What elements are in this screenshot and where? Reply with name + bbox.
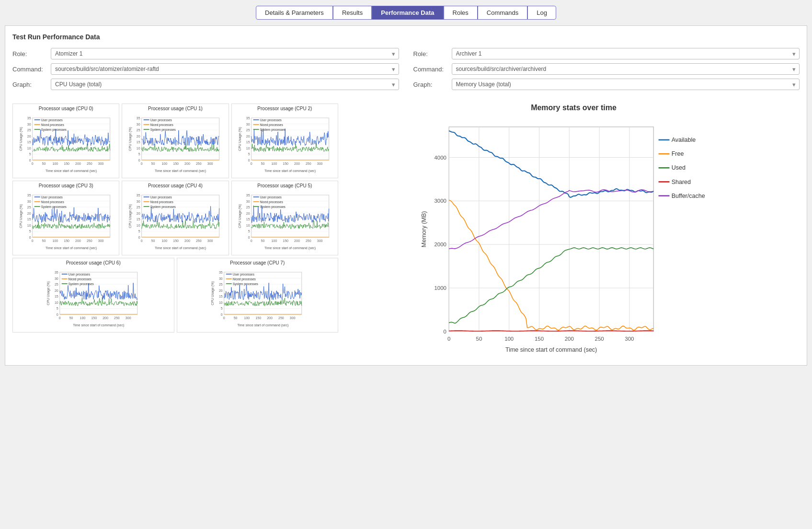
svg-text:50: 50	[42, 162, 46, 165]
svg-text:System processes: System processes	[260, 128, 286, 132]
right-graph-select-wrapper[interactable]: Memory Usage (total)	[452, 79, 800, 90]
svg-text:300: 300	[98, 162, 104, 165]
cpu-chart-title-0: Processor usage (CPU 0)	[15, 106, 117, 111]
svg-text:50: 50	[476, 336, 482, 342]
svg-text:200: 200	[75, 239, 81, 242]
cpu-chart-0: Processor usage (CPU 0)05101520253035050…	[12, 104, 119, 178]
svg-text:25: 25	[55, 283, 58, 286]
right-command-label: Command:	[413, 66, 452, 73]
cpu-charts-grid: Processor usage (CPU 0)05101520253035050…	[12, 104, 338, 358]
svg-text:30: 30	[27, 200, 31, 203]
svg-text:5: 5	[138, 230, 140, 233]
svg-text:20: 20	[246, 212, 250, 215]
svg-text:200: 200	[75, 162, 81, 165]
tab-results[interactable]: Results	[333, 6, 372, 20]
svg-text:Niced processes: Niced processes	[150, 200, 174, 204]
svg-text:System processes: System processes	[69, 282, 94, 286]
svg-text:0: 0	[59, 316, 61, 320]
svg-text:300: 300	[289, 316, 295, 320]
right-control-panel: Role: Archiver 1 Command: sources/build/…	[413, 48, 800, 94]
svg-text:250: 250	[114, 316, 120, 320]
cpu-chart-4: Processor usage (CPU 4)05101520253035050…	[122, 181, 229, 255]
right-role-select[interactable]: Archiver 1	[452, 48, 800, 59]
svg-text:200: 200	[294, 162, 300, 165]
tab-log[interactable]: Log	[527, 6, 556, 20]
svg-text:System processes: System processes	[41, 205, 67, 209]
svg-text:150: 150	[173, 239, 179, 242]
right-role-select-wrapper[interactable]: Archiver 1	[452, 48, 800, 59]
svg-text:250: 250	[595, 336, 604, 342]
cpu-chart-3: Processor usage (CPU 3)05101520253035050…	[12, 181, 119, 255]
tab-commands[interactable]: Commands	[478, 6, 527, 20]
svg-text:20: 20	[27, 212, 31, 215]
svg-text:10: 10	[27, 224, 31, 227]
svg-text:0: 0	[141, 162, 143, 165]
svg-text:25: 25	[246, 206, 250, 209]
svg-text:15: 15	[27, 140, 31, 144]
svg-text:50: 50	[261, 239, 264, 242]
svg-text:0: 0	[29, 159, 31, 162]
cpu-chart-6: Processor usage (CPU 6)05101520253035050…	[12, 258, 174, 333]
svg-text:10: 10	[218, 301, 222, 304]
svg-text:User processes: User processes	[41, 118, 63, 122]
svg-text:2000: 2000	[434, 242, 446, 247]
tab-details[interactable]: Details & Parameters	[256, 6, 333, 20]
svg-text:200: 200	[565, 336, 574, 342]
svg-text:Time since start of command (s: Time since start of command (sec)	[264, 246, 316, 250]
svg-text:10: 10	[137, 224, 140, 227]
svg-text:150: 150	[283, 162, 288, 165]
svg-text:20: 20	[27, 135, 31, 138]
svg-text:250: 250	[87, 239, 92, 242]
svg-text:35: 35	[55, 271, 58, 274]
left-command-select[interactable]: sources/build/src/atomizer/atomizer-raft…	[51, 63, 399, 75]
svg-text:50: 50	[233, 316, 237, 320]
cpu-chart-title-4: Processor usage (CPU 4)	[124, 183, 226, 188]
svg-text:10: 10	[246, 147, 250, 150]
svg-text:System processes: System processes	[260, 205, 286, 209]
tab-roles[interactable]: Roles	[444, 6, 478, 20]
cpu-chart-title-5: Processor usage (CPU 5)	[234, 183, 336, 188]
svg-text:50: 50	[151, 239, 155, 242]
svg-text:100: 100	[504, 336, 514, 342]
svg-text:20: 20	[218, 289, 222, 292]
svg-text:25: 25	[218, 283, 222, 286]
svg-text:150: 150	[64, 162, 69, 165]
right-command-select-wrapper[interactable]: sources/build/src/archiver/archiverd	[452, 63, 800, 75]
svg-text:250: 250	[278, 316, 284, 320]
svg-text:20: 20	[246, 135, 250, 138]
svg-text:30: 30	[246, 123, 250, 126]
svg-text:10: 10	[137, 147, 140, 150]
left-graph-select[interactable]: CPU Usage (total)	[51, 79, 399, 90]
svg-text:Time since start of command (s: Time since start of command (sec)	[73, 323, 124, 327]
svg-text:10: 10	[246, 224, 250, 227]
tab-performance[interactable]: Performance Data	[372, 6, 443, 20]
svg-text:150: 150	[535, 336, 544, 342]
right-graph-label: Graph:	[413, 81, 452, 88]
svg-text:CPU Usage (%): CPU Usage (%)	[19, 204, 23, 228]
left-graph-label: Graph:	[12, 81, 51, 88]
svg-text:35: 35	[27, 116, 31, 120]
left-role-select-wrapper[interactable]: Atomizer 1	[51, 48, 399, 59]
svg-text:30: 30	[27, 123, 31, 126]
svg-text:15: 15	[55, 295, 58, 298]
svg-text:100: 100	[52, 162, 58, 165]
right-graph-select[interactable]: Memory Usage (total)	[452, 79, 800, 90]
svg-text:35: 35	[27, 194, 31, 197]
left-control-panel: Role: Atomizer 1 Command: sources/build/…	[12, 48, 399, 94]
svg-text:50: 50	[261, 162, 264, 165]
svg-text:100: 100	[162, 162, 168, 165]
cpu-chart-title-1: Processor usage (CPU 1)	[124, 106, 226, 111]
svg-text:200: 200	[184, 162, 190, 165]
svg-text:1000: 1000	[434, 285, 446, 291]
left-role-select[interactable]: Atomizer 1	[51, 48, 399, 59]
svg-text:25: 25	[137, 206, 140, 209]
svg-text:Time since start of command (s: Time since start of command (sec)	[46, 246, 97, 250]
right-command-select[interactable]: sources/build/src/archiver/archiverd	[452, 63, 800, 75]
svg-text:User processes: User processes	[260, 196, 282, 199]
svg-text:100: 100	[80, 316, 86, 320]
left-graph-select-wrapper[interactable]: CPU Usage (total)	[51, 79, 399, 90]
svg-text:100: 100	[271, 239, 277, 242]
svg-text:300: 300	[126, 316, 131, 320]
left-command-select-wrapper[interactable]: sources/build/src/atomizer/atomizer-raft…	[51, 63, 399, 75]
svg-text:0: 0	[223, 316, 225, 320]
